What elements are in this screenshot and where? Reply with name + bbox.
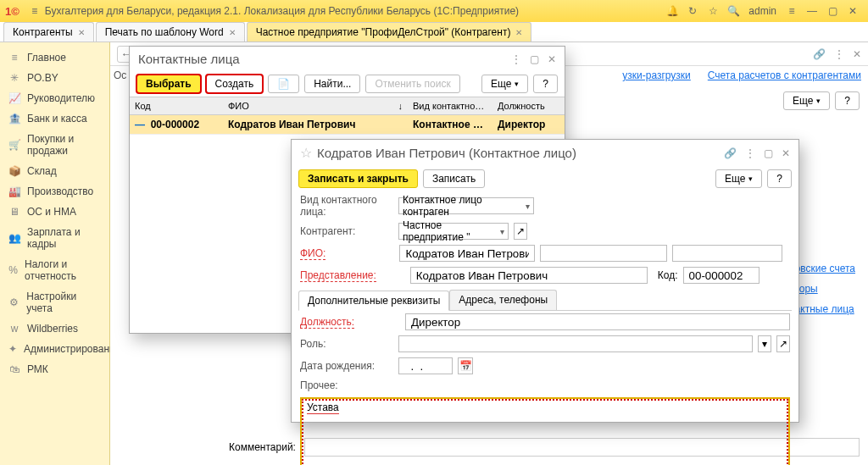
tab-word-template[interactable]: Печать по шаблону Word ✕ bbox=[96, 22, 245, 42]
titlebar: 1© ≡ Бухгалтерия для Беларуси, редакция … bbox=[0, 0, 868, 22]
cancel-find-button[interactable]: Отменить поиск bbox=[365, 75, 459, 93]
sidebar-icon: 📦 bbox=[8, 165, 20, 177]
create-button[interactable]: Создать bbox=[206, 75, 264, 93]
win-close-icon[interactable]: ✕ bbox=[548, 53, 556, 65]
sidebar-item-5[interactable]: 📦Склад bbox=[0, 161, 109, 181]
sidebar-item-7[interactable]: 🖥ОС и НМА bbox=[0, 202, 109, 222]
sidebar-item-0[interactable]: ≡Главное bbox=[0, 47, 109, 68]
save-close-button[interactable]: Записать и закрыть bbox=[298, 169, 418, 188]
fio-input[interactable] bbox=[399, 245, 535, 262]
list-more-button[interactable]: Еще▾ bbox=[481, 75, 528, 93]
sidebar-item-3[interactable]: 🏦Банк и касса bbox=[0, 108, 109, 129]
sidebar-label: Настройки учета bbox=[26, 291, 101, 314]
close-page-icon[interactable]: ✕ bbox=[853, 48, 861, 60]
bell-icon[interactable]: 🔔 bbox=[665, 3, 680, 19]
fio-input-3[interactable] bbox=[672, 245, 782, 262]
dob-input[interactable] bbox=[398, 357, 453, 374]
find-button[interactable]: Найти... bbox=[304, 75, 360, 93]
card-link-icon[interactable]: 🔗 bbox=[724, 147, 737, 159]
search-icon[interactable]: 🔍 bbox=[726, 3, 741, 19]
sidebar-item-13[interactable]: 🛍РМК bbox=[0, 359, 109, 379]
contr-select[interactable]: Частное предприятие "▾ bbox=[398, 223, 509, 240]
sidebar-item-9[interactable]: %Налоги и отчетность bbox=[0, 254, 109, 286]
save-button[interactable]: Записать bbox=[423, 169, 485, 188]
more-label: Еще bbox=[793, 95, 813, 107]
sidebar-item-4[interactable]: 🛒Покупки и продажи bbox=[0, 129, 109, 161]
other-textarea[interactable]: Устава bbox=[300, 397, 790, 465]
tab-extra[interactable]: Дополнительные реквизиты bbox=[298, 291, 449, 311]
code-label: Код: bbox=[658, 269, 678, 281]
list-help-button[interactable]: ? bbox=[533, 75, 558, 93]
other-label: Прочее: bbox=[300, 379, 393, 391]
tab-close-icon[interactable]: ✕ bbox=[515, 28, 522, 37]
link-accounts[interactable]: Счета расчетов с контрагентами bbox=[708, 69, 861, 81]
link-loading[interactable]: узки-разгрузки bbox=[622, 69, 691, 81]
table-row[interactable]: — 00-000002 Кодратов Иван Петрович Конта… bbox=[130, 115, 565, 135]
restore-icon[interactable]: ▢ bbox=[825, 3, 840, 19]
repr-label: Представление: bbox=[300, 269, 376, 282]
card-more-icon[interactable]: ⋮ bbox=[745, 147, 755, 159]
sidebar-item-1[interactable]: ✳PO.BY bbox=[0, 68, 109, 88]
win-max-icon[interactable]: ▢ bbox=[530, 53, 539, 65]
help-button[interactable]: ? bbox=[835, 91, 860, 110]
fio-label: ФИО: bbox=[300, 247, 326, 260]
col-type[interactable]: Вид контактного... bbox=[408, 97, 492, 114]
card-more-button[interactable]: Еще▾ bbox=[715, 169, 762, 188]
tab-contragents[interactable]: Контрагенты ✕ bbox=[3, 22, 94, 42]
tab-close-icon[interactable]: ✕ bbox=[229, 28, 236, 37]
role-dd[interactable]: ▾ bbox=[758, 335, 771, 352]
sidebar-item-8[interactable]: 👥Зарплата и кадры bbox=[0, 222, 109, 254]
sidebar-label: PO.BY bbox=[27, 72, 58, 84]
role-open[interactable]: ↗ bbox=[776, 335, 790, 352]
sidebar-item-11[interactable]: wWildberries bbox=[0, 318, 109, 339]
menu-icon[interactable]: ≡ bbox=[27, 3, 42, 19]
sidebar-item-2[interactable]: 📈Руководителю bbox=[0, 88, 109, 108]
tab-label: Печать по шаблону Word bbox=[105, 26, 224, 38]
more-button[interactable]: Еще▾ bbox=[783, 91, 830, 110]
close-icon[interactable]: ✕ bbox=[845, 3, 860, 19]
tab-addresses[interactable]: Адреса, телефоны bbox=[449, 290, 557, 310]
minimize-icon[interactable]: — bbox=[804, 3, 820, 19]
win-more-icon[interactable]: ⋮ bbox=[511, 53, 521, 65]
app-logo: 1© bbox=[5, 5, 19, 18]
user-label[interactable]: admin bbox=[748, 5, 776, 17]
tab-contragent-card[interactable]: Частное предприятие "ПрофиДелСтрой" (Кон… bbox=[247, 22, 532, 42]
cell-type: Контактное ли... bbox=[408, 115, 492, 134]
cell-role: Директор bbox=[492, 115, 565, 134]
contr-label: Контрагент: bbox=[300, 225, 393, 237]
role-select[interactable] bbox=[398, 335, 753, 352]
col-fio[interactable]: ФИО↓ bbox=[223, 97, 408, 114]
col-code[interactable]: Код bbox=[130, 97, 223, 114]
sidebar-icon: 🖥 bbox=[8, 206, 20, 218]
col-role[interactable]: Должность bbox=[492, 97, 565, 114]
card-max-icon[interactable]: ▢ bbox=[764, 147, 773, 159]
tab-close-icon[interactable]: ✕ bbox=[78, 28, 85, 37]
history-icon[interactable]: ↻ bbox=[685, 3, 700, 19]
contr-open-button[interactable]: ↗ bbox=[514, 223, 527, 240]
settings-icon[interactable]: ≡ bbox=[784, 3, 799, 19]
sidebar-item-10[interactable]: ⚙Настройки учета bbox=[0, 286, 109, 318]
type-select[interactable]: Контактное лицо контраген▾ bbox=[398, 197, 534, 214]
fio-input-2[interactable] bbox=[540, 245, 667, 262]
card-close-icon[interactable]: ✕ bbox=[782, 147, 790, 159]
sidebar-item-12[interactable]: ✦Администрирование bbox=[0, 339, 109, 359]
card-fav-icon[interactable]: ☆ bbox=[300, 145, 312, 161]
star-icon[interactable]: ☆ bbox=[705, 3, 721, 19]
position-input[interactable] bbox=[405, 313, 790, 330]
link-icon[interactable]: 🔗 bbox=[813, 48, 826, 60]
role-label: Роль: bbox=[300, 338, 393, 350]
code-input[interactable] bbox=[683, 267, 760, 284]
sidebar-label: Банк и касса bbox=[27, 113, 87, 125]
more-icon[interactable]: ⋮ bbox=[834, 48, 844, 60]
sidebar-label: ОС и НМА bbox=[27, 206, 76, 218]
more-label: Еще bbox=[725, 173, 745, 185]
copy-button[interactable]: 📄 bbox=[268, 75, 299, 93]
calendar-icon[interactable]: 📅 bbox=[458, 357, 473, 374]
sidebar-icon: ✦ bbox=[8, 343, 17, 355]
card-help-button[interactable]: ? bbox=[767, 169, 792, 188]
repr-input[interactable] bbox=[410, 267, 648, 284]
card-title: Кодратов Иван Петрович (Контактное лицо) bbox=[317, 146, 576, 160]
sidebar-item-6[interactable]: 🏭Производство bbox=[0, 181, 109, 202]
os-label: Ос bbox=[114, 69, 126, 81]
select-button[interactable]: Выбрать bbox=[136, 75, 201, 93]
